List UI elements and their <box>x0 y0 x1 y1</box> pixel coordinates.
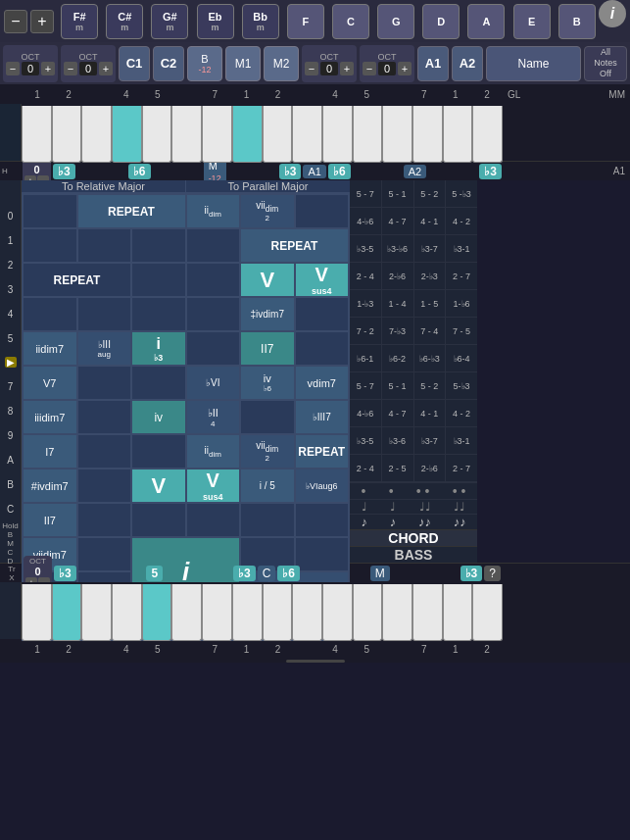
cell-9-ii7[interactable]: II7 <box>23 503 77 537</box>
note-bb[interactable]: Bbm <box>242 4 279 39</box>
iv-cell-2-0[interactable]: ♭3-5 <box>350 235 382 262</box>
rn-4[interactable]: • • <box>453 483 466 499</box>
top-piano[interactable] <box>0 104 630 161</box>
bot-wkey-6[interactable] <box>171 584 202 641</box>
note-fsharp[interactable]: F#m <box>61 4 98 39</box>
cell-0-repeat1[interactable]: REPEAT <box>77 194 186 228</box>
iv-cell-3-0[interactable]: 2 - 4 <box>350 263 382 289</box>
bottom-m[interactable]: M <box>370 566 390 581</box>
rn-2[interactable]: • <box>389 483 394 499</box>
wkey-16[interactable] <box>472 106 503 163</box>
rn-10[interactable]: ♪ <box>390 515 397 529</box>
iv-cell-9-0[interactable]: ♭3-5 <box>350 427 382 454</box>
bot-wkey-10[interactable] <box>292 584 322 641</box>
bot-wkey-15[interactable] <box>443 584 473 641</box>
iv-cell-8-2[interactable]: 4 - 1 <box>414 400 447 426</box>
note-csharp[interactable]: C#m <box>106 4 143 39</box>
cell-7-i7[interactable]: I7 <box>23 434 77 469</box>
iv-cell-7-1[interactable]: 5 - 1 <box>382 372 414 399</box>
cell-5-v7[interactable]: V7 <box>23 366 77 400</box>
wkey-6[interactable] <box>171 106 202 163</box>
bot-wkey-3[interactable] <box>81 584 112 641</box>
note-f[interactable]: F <box>287 4 324 39</box>
cell-2-v[interactable]: V <box>240 263 295 297</box>
cell-5-bvi[interactable]: ♭VI <box>186 366 241 400</box>
oct2-plus[interactable]: + <box>99 62 113 75</box>
bot-wkey-7[interactable] <box>202 584 232 641</box>
cell-0-vii[interactable]: viidim2 <box>240 194 295 228</box>
flat6-key[interactable]: ♭6 <box>128 164 151 179</box>
cell-7-repeat[interactable]: REPEAT <box>295 434 350 469</box>
flat3-key[interactable]: ♭3 <box>53 164 75 179</box>
name-button[interactable]: Name <box>486 46 581 81</box>
flat6-key2[interactable]: ♭6 <box>328 164 351 179</box>
rn-8[interactable]: ♩♩ <box>454 500 465 514</box>
rn-9[interactable]: ♪ <box>361 515 367 529</box>
cell-8-v[interactable]: V <box>131 469 186 503</box>
iv-cell-4-1[interactable]: 1 - 4 <box>382 290 414 317</box>
a2-button[interactable]: A2 <box>452 46 483 81</box>
wkey-9[interactable] <box>263 106 293 163</box>
all-notes-button[interactable]: AllNotesOff <box>584 46 627 81</box>
iv-cell-8-3[interactable]: 4 - 2 <box>446 400 477 426</box>
iv-cell-1-1[interactable]: 4 - 7 <box>382 208 414 234</box>
wkey-3[interactable] <box>81 106 112 163</box>
a2-key[interactable]: A2 <box>404 165 426 178</box>
bottom-flat3-3[interactable]: ♭3 <box>460 566 483 581</box>
cell-6-iv[interactable]: iv <box>131 400 186 434</box>
iv-cell-10-1[interactable]: 2 - 5 <box>382 455 414 481</box>
bot-wkey-2[interactable] <box>52 584 82 641</box>
cell-0-ii[interactable]: iidim <box>186 194 241 228</box>
note-e[interactable]: E <box>513 4 551 39</box>
bot-wkey-16[interactable] <box>472 584 503 641</box>
iv-cell-0-1[interactable]: 5 - 1 <box>382 180 414 207</box>
iv-cell-6-0[interactable]: ♭6-1 <box>350 345 382 371</box>
bot-wkey-8[interactable] <box>232 584 263 641</box>
iv-cell-9-2[interactable]: ♭3-7 <box>414 427 447 454</box>
cell-5-vdim7[interactable]: vdim7 <box>295 366 350 400</box>
iv-cell-6-1[interactable]: ♭6-2 <box>382 345 414 371</box>
oct3-plus[interactable]: + <box>340 62 354 75</box>
rn-11[interactable]: ♪♪ <box>418 515 431 529</box>
plus-button[interactable]: + <box>30 10 54 33</box>
c2-button[interactable]: C2 <box>153 46 184 81</box>
note-c[interactable]: C <box>332 4 369 39</box>
rn-1[interactable]: • <box>362 483 366 499</box>
cell-4-iidim7[interactable]: iidim7 <box>23 331 77 366</box>
iv-cell-4-0[interactable]: 1-♭3 <box>350 290 382 317</box>
wkey-12[interactable] <box>353 106 383 163</box>
wkey-15[interactable] <box>443 106 473 163</box>
bottom-flat6[interactable]: ♭6 <box>277 566 300 581</box>
iv-cell-2-3[interactable]: ♭3-1 <box>446 235 477 262</box>
bottom-5[interactable]: 5 <box>146 566 163 581</box>
iv-cell-5-2[interactable]: 7 - 4 <box>414 318 447 344</box>
iv-cell-0-0[interactable]: 5 - 7 <box>350 180 382 207</box>
note-eb[interactable]: Ebm <box>197 4 234 39</box>
wkey-13[interactable] <box>382 106 412 163</box>
flat3-key2[interactable]: ♭3 <box>279 164 302 179</box>
cell-6-biii7[interactable]: ♭III7 <box>295 400 350 434</box>
cell-7-iidim2[interactable]: iidim <box>186 434 241 469</box>
note-d[interactable]: D <box>422 4 460 39</box>
c1-button[interactable]: C1 <box>119 46 150 81</box>
minus-button[interactable]: − <box>4 10 27 33</box>
rn-5[interactable]: ♩ <box>362 500 367 514</box>
iv-cell-1-2[interactable]: 4 - 1 <box>414 208 447 234</box>
iv-cell-4-2[interactable]: 1 - 5 <box>414 290 447 317</box>
iv-cell-6-3[interactable]: ♭6-4 <box>446 345 477 371</box>
iv-cell-8-1[interactable]: 4 - 7 <box>382 400 414 426</box>
iv-cell-3-1[interactable]: 2-♭6 <box>382 263 414 289</box>
iv-cell-9-1[interactable]: ♭3-6 <box>382 427 414 454</box>
bot-wkey-14[interactable] <box>412 584 443 641</box>
iv-cell-7-0[interactable]: 5 - 7 <box>350 372 382 399</box>
cell-8-bviaug6[interactable]: ♭VIaug6 <box>295 469 350 503</box>
iv-cell-5-1[interactable]: 7-♭3 <box>382 318 414 344</box>
note-g[interactable]: G <box>377 4 414 39</box>
oct1-minus[interactable]: − <box>6 62 20 75</box>
iv-cell-3-2[interactable]: 2-♭3 <box>414 263 447 289</box>
wkey-2[interactable] <box>52 106 82 163</box>
note-a[interactable]: A <box>467 4 505 39</box>
oct3-minus[interactable]: − <box>305 62 318 75</box>
iv-cell-2-2[interactable]: ♭3-7 <box>414 235 447 262</box>
a1-key[interactable]: A1 <box>303 165 325 178</box>
